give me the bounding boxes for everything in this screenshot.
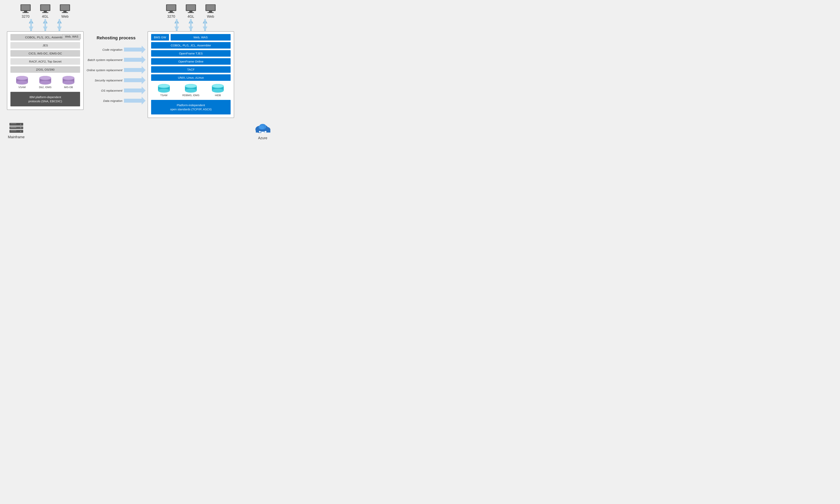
right-section: 3270 4GL Web [146, 4, 236, 118]
svg-rect-47 [207, 12, 214, 13]
svg-rect-10 [63, 11, 67, 12]
process-label-3: Online system replacement [87, 68, 124, 72]
openframe-tjes-bar: OpenFrame TJES [151, 50, 231, 57]
right-arrows-row [174, 19, 208, 31]
svg-point-24 [39, 80, 51, 85]
process-step-4: Security replacement [87, 75, 146, 85]
process-arrows: Code migration Batch system replacement … [87, 44, 146, 106]
svg-point-61 [185, 89, 197, 93]
svg-point-20 [16, 80, 28, 85]
process-label-2: Batch system replacement [87, 58, 124, 61]
cylinder-tsam [157, 84, 171, 93]
svg-marker-51 [189, 19, 193, 31]
left-terminal-label-1: 3270 [22, 15, 30, 19]
svg-marker-33 [124, 76, 146, 84]
top-row-right: BMS GW Web, WAS [151, 34, 231, 40]
monitor-icon-left-2 [39, 4, 51, 14]
web-was-left-badge: Web, WAS [63, 34, 81, 39]
zos-bar-left: Z/OS, OS/390 [11, 66, 80, 73]
svg-rect-11 [62, 12, 68, 13]
process-label-4: Security replacement [87, 79, 124, 82]
right-arrow-2 [188, 19, 194, 31]
cylinder-db2 [38, 76, 52, 85]
azure-cloud-icon [254, 121, 272, 135]
left-terminal-web: Web [59, 4, 71, 19]
svg-rect-71 [11, 124, 16, 124]
left-terminal-label-3: Web [62, 15, 69, 19]
cobol-bar-right: COBOL, PL/1, JCL, Assembler [151, 42, 231, 49]
svg-marker-32 [124, 66, 146, 74]
svg-marker-31 [124, 56, 146, 64]
bms-gw-badge: BMS GW [151, 34, 169, 40]
cylinder-hidb [211, 84, 225, 93]
svg-rect-7 [42, 12, 48, 13]
svg-rect-3 [22, 12, 29, 13]
right-databases-row: TSAM RDBMS, IDMS [151, 84, 231, 97]
left-terminal-4gl: 4GL [39, 4, 51, 19]
cylinder-vsam [15, 76, 29, 85]
mainframe-bottom-label: Mainframe [8, 135, 24, 139]
process-arrow-4 [124, 76, 146, 84]
svg-rect-43 [188, 12, 194, 13]
left-terminal-label-2: 4GL [42, 15, 49, 19]
svg-rect-38 [170, 11, 173, 12]
cylinder-imsdb [62, 76, 75, 85]
svg-point-68 [213, 85, 223, 87]
svg-point-63 [186, 85, 196, 87]
cics-bar-left: CICS, IMS-DC, IDMS-DC [11, 50, 80, 57]
right-arrow-3 [202, 19, 208, 31]
unix-bar: UNIX, Linux, zLinux [151, 74, 231, 81]
openframe-box: BMS GW Web, WAS COBOL, PL/1, JCL, Assemb… [147, 31, 234, 118]
svg-rect-2 [24, 11, 27, 12]
jes-bar-left: JES [11, 42, 80, 49]
ibm-platform-box: IBM platform-dependent protocols (SNA, E… [11, 92, 80, 106]
svg-rect-46 [209, 11, 212, 12]
db-db2: Db2, IDMS [38, 76, 52, 89]
azure-bottom-label: Azure [258, 136, 267, 140]
svg-point-25 [39, 76, 51, 80]
monitor-icon-right-2 [185, 4, 197, 14]
mainframe-label-group: Mainframe [8, 122, 24, 139]
svg-rect-41 [187, 5, 195, 10]
svg-point-21 [16, 76, 28, 80]
process-label-5: OS replacement [87, 89, 124, 92]
cylinder-rdbms [184, 84, 198, 93]
svg-rect-45 [206, 5, 215, 10]
svg-point-29 [63, 76, 74, 80]
svg-rect-1 [21, 5, 30, 10]
azure-group: Azure [254, 121, 272, 140]
process-arrow-1 [124, 46, 146, 53]
svg-point-28 [63, 80, 74, 85]
svg-point-76 [20, 131, 21, 132]
db-hidb: HiDB [211, 84, 225, 97]
svg-marker-15 [43, 19, 48, 31]
left-terminal-3270: 3270 [20, 4, 32, 19]
svg-marker-35 [124, 97, 146, 105]
web-was-right-badge: Web, WAS [171, 34, 231, 40]
right-terminal-label-1: 3270 [167, 15, 175, 19]
svg-marker-17 [57, 19, 62, 31]
db-imsdb-label: IMS-DB [64, 86, 73, 89]
svg-rect-6 [44, 11, 47, 12]
right-terminal-label-2: 4GL [188, 15, 194, 19]
db-rdbms-label: RDBMS, IDMS [182, 94, 199, 97]
left-arrow-1 [28, 19, 34, 31]
db-rdbms: RDBMS, IDMS [182, 84, 199, 97]
left-section: 3270 4GL Web [4, 4, 87, 110]
process-arrow-5 [124, 87, 146, 94]
db-vsam-label: VSAM [18, 86, 26, 89]
svg-point-70 [20, 124, 21, 125]
right-terminal-4gl: 4GL [185, 4, 197, 19]
svg-marker-53 [203, 19, 207, 31]
process-step-1: Code migration [87, 44, 146, 55]
right-terminal-3270: 3270 [165, 4, 177, 19]
monitor-icon-left-3 [59, 4, 71, 14]
left-arrow-3 [56, 19, 63, 31]
process-arrow-3 [124, 66, 146, 74]
middle-section: Rehosting process Code migration Batch s… [87, 4, 146, 106]
monitor-icon-right-3 [205, 4, 216, 14]
rehosting-title: Rehosting process [97, 35, 136, 40]
platform-independent-box: Platform-independent open standards (TCP… [151, 100, 231, 114]
db-hidb-label: HiDB [215, 94, 221, 97]
monitor-icon-left-1 [20, 4, 32, 14]
